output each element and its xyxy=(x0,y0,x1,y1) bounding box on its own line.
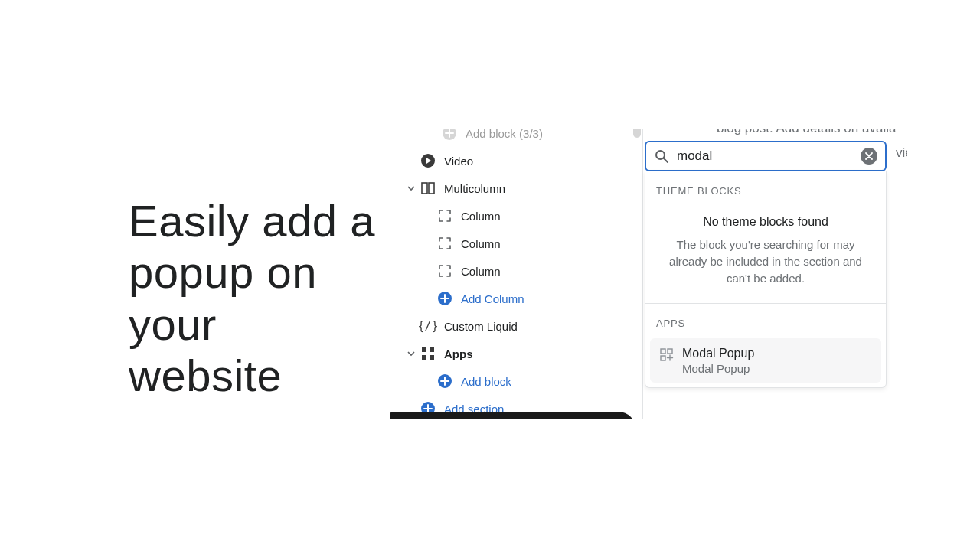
plus-circle-icon xyxy=(441,129,458,142)
svg-rect-12 xyxy=(661,349,665,354)
tree-label: Add Column xyxy=(461,292,524,305)
plus-circle-icon xyxy=(436,290,453,307)
app-block-icon xyxy=(659,347,675,363)
tree-add-block[interactable]: Add block xyxy=(390,367,642,395)
empty-state: No theme blocks found The block you're s… xyxy=(645,203,886,303)
tree-label: Column xyxy=(461,210,501,223)
frame-icon xyxy=(436,207,453,224)
tree-item-column[interactable]: Column xyxy=(390,202,642,230)
svg-rect-13 xyxy=(668,349,672,354)
background-text: blog post. Add details on availa xyxy=(717,129,907,136)
empty-title: No theme blocks found xyxy=(661,215,871,229)
svg-rect-3 xyxy=(429,183,434,194)
tree-item-column[interactable]: Column xyxy=(390,230,642,257)
frame-icon xyxy=(436,262,453,279)
scrollbar-thumb[interactable] xyxy=(633,129,641,138)
tree-label: Column xyxy=(461,265,501,278)
sections-tree: Add block (3/3) Video Multicolumn xyxy=(390,129,643,419)
columns-icon xyxy=(420,180,436,197)
liquid-icon: {/} xyxy=(420,318,436,334)
svg-rect-7 xyxy=(422,355,426,360)
screenshot-crop: Add block (3/3) Video Multicolumn xyxy=(390,129,907,419)
tree-add-block-disabled: Add block (3/3) xyxy=(390,129,642,147)
tree-label: Add block xyxy=(461,375,511,388)
svg-rect-5 xyxy=(422,347,426,352)
tree-item-column[interactable]: Column xyxy=(390,257,642,285)
chevron-down-icon[interactable] xyxy=(406,183,416,194)
tree-label: Apps xyxy=(444,347,473,360)
empty-description: The block you're searching for may alrea… xyxy=(661,236,871,286)
toast-bar xyxy=(390,412,635,419)
tree-label: Add block (3/3) xyxy=(466,129,543,140)
svg-rect-6 xyxy=(430,347,434,352)
tree-label: Column xyxy=(461,237,501,250)
group-apps: APPS xyxy=(645,304,886,335)
tree-item-custom-liquid[interactable]: {/} Custom Liquid xyxy=(390,312,642,340)
chevron-down-icon[interactable] xyxy=(406,348,416,359)
svg-rect-14 xyxy=(661,356,665,360)
search-icon xyxy=(654,148,669,164)
plus-circle-icon xyxy=(436,373,453,390)
clear-search-button[interactable] xyxy=(861,148,877,165)
tree-item-video[interactable]: Video xyxy=(390,147,642,174)
tree-label: Multicolumn xyxy=(444,182,505,195)
tree-item-apps[interactable]: Apps xyxy=(390,340,642,367)
frame-icon xyxy=(436,235,453,252)
block-picker-popup: blog post. Add details on availa vie THE… xyxy=(643,129,907,419)
marketing-headline: Easily add a popup on your website xyxy=(129,195,381,401)
search-input[interactable] xyxy=(677,148,861,164)
tree-label: Video xyxy=(444,155,473,168)
block-search-field[interactable] xyxy=(645,141,887,171)
apps-grid-icon xyxy=(420,345,436,362)
group-theme-blocks: THEME BLOCKS xyxy=(645,171,886,203)
tree-label: Custom Liquid xyxy=(444,320,518,333)
play-circle-icon xyxy=(420,152,436,169)
svg-rect-8 xyxy=(430,355,434,360)
search-results: THEME BLOCKS No theme blocks found The b… xyxy=(645,171,887,388)
background-text: vie xyxy=(896,145,907,161)
app-result-subtitle: Modal Popup xyxy=(682,362,754,375)
svg-rect-2 xyxy=(422,183,427,194)
tree-add-column[interactable]: Add Column xyxy=(390,285,642,312)
tree-item-multicolumn[interactable]: Multicolumn xyxy=(390,174,642,202)
app-result-title: Modal Popup xyxy=(682,346,754,362)
app-result-modal-popup[interactable]: Modal Popup Modal Popup xyxy=(650,338,881,383)
